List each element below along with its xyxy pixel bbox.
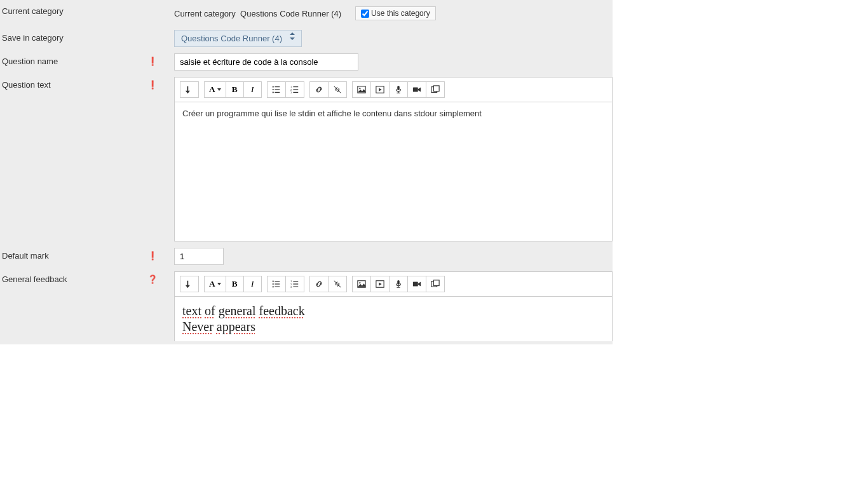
- required-icon: ❗: [147, 251, 158, 261]
- manage-files-button[interactable]: [426, 81, 445, 98]
- label-question-text: Question text ❗: [0, 74, 174, 96]
- use-this-category-toggle[interactable]: Use this category: [355, 6, 436, 20]
- link-button[interactable]: [309, 81, 329, 98]
- svg-rect-5: [275, 92, 280, 93]
- svg-rect-36: [397, 280, 400, 285]
- svg-point-4: [272, 92, 273, 93]
- svg-rect-17: [413, 88, 418, 92]
- question-text-content[interactable]: Créer un programme qui lise le stdin et …: [175, 102, 612, 241]
- label-current-category-text: Current category: [2, 6, 64, 16]
- svg-line-12: [334, 86, 341, 93]
- record-video-button[interactable]: [408, 276, 426, 292]
- question-name-input[interactable]: [174, 53, 358, 71]
- svg-rect-16: [397, 86, 400, 90]
- media-button[interactable]: [371, 276, 390, 292]
- bullet-list-button[interactable]: [267, 276, 286, 292]
- paragraph-style-button[interactable]: A: [204, 81, 226, 98]
- required-icon: ❗: [147, 57, 158, 66]
- paragraph-style-button[interactable]: A: [204, 276, 226, 292]
- toggle-toolbar-button[interactable]: [180, 81, 199, 98]
- svg-rect-7: [293, 89, 298, 90]
- manage-files-button[interactable]: [426, 276, 445, 292]
- svg-rect-27: [293, 283, 298, 284]
- use-this-category-checkbox[interactable]: [361, 10, 369, 18]
- record-audio-button[interactable]: [390, 276, 408, 292]
- numbered-list-button[interactable]: 123: [286, 276, 304, 292]
- svg-point-22: [272, 283, 273, 285]
- svg-text:3: 3: [290, 285, 292, 288]
- svg-rect-23: [275, 283, 280, 284]
- general-feedback-editor: A B I 123: [174, 271, 613, 341]
- unlink-button[interactable]: [329, 81, 347, 98]
- svg-rect-37: [413, 282, 418, 287]
- svg-point-34: [359, 282, 360, 283]
- image-button[interactable]: [352, 81, 371, 98]
- numbered-list-button[interactable]: 123: [286, 81, 304, 98]
- svg-rect-19: [433, 86, 439, 92]
- italic-button[interactable]: I: [244, 81, 262, 98]
- label-general-feedback: General feedback ❓: [0, 268, 174, 290]
- svg-rect-6: [293, 86, 298, 87]
- svg-point-0: [272, 86, 273, 88]
- svg-rect-26: [293, 281, 298, 281]
- label-question-name: Question name ❗: [0, 50, 174, 72]
- link-button[interactable]: [309, 276, 329, 292]
- general-feedback-content[interactable]: text of general feedback Never appears: [175, 297, 612, 341]
- save-in-category-select[interactable]: Questions Code Runner (4): [174, 30, 302, 47]
- media-button[interactable]: [371, 81, 390, 98]
- svg-point-14: [359, 88, 360, 89]
- bullet-list-button[interactable]: [267, 81, 286, 98]
- svg-rect-1: [275, 86, 280, 87]
- bold-button[interactable]: B: [226, 81, 244, 98]
- current-category-display: Current category Questions Code Runner (…: [174, 9, 341, 18]
- svg-line-32: [334, 281, 341, 288]
- bold-button[interactable]: B: [226, 276, 244, 292]
- required-icon: ❗: [147, 80, 158, 90]
- toggle-toolbar-button[interactable]: [180, 276, 199, 292]
- svg-rect-8: [293, 92, 298, 93]
- svg-rect-28: [293, 287, 298, 287]
- help-icon[interactable]: ❓: [147, 274, 158, 284]
- svg-text:3: 3: [290, 91, 292, 94]
- label-default-mark: Default mark ❗: [0, 245, 174, 267]
- unlink-button[interactable]: [329, 276, 347, 292]
- question-text-editor: A B I 123: [174, 77, 613, 241]
- editor-toolbar: A B I 123: [175, 272, 612, 297]
- record-video-button[interactable]: [408, 81, 426, 98]
- default-mark-input[interactable]: [174, 248, 224, 265]
- svg-point-2: [272, 89, 273, 90]
- svg-point-20: [272, 281, 273, 282]
- record-audio-button[interactable]: [390, 81, 408, 98]
- use-this-category-label: Use this category: [371, 9, 430, 18]
- editor-toolbar: A B I 123: [175, 78, 612, 102]
- svg-rect-3: [275, 89, 280, 90]
- svg-point-24: [272, 286, 273, 287]
- label-save-in-category: Save in category: [0, 27, 174, 49]
- svg-rect-21: [275, 281, 280, 281]
- svg-rect-25: [275, 287, 280, 287]
- italic-button[interactable]: I: [244, 276, 262, 292]
- svg-rect-39: [433, 280, 439, 286]
- label-current-category: Current category: [0, 0, 174, 22]
- image-button[interactable]: [352, 276, 371, 292]
